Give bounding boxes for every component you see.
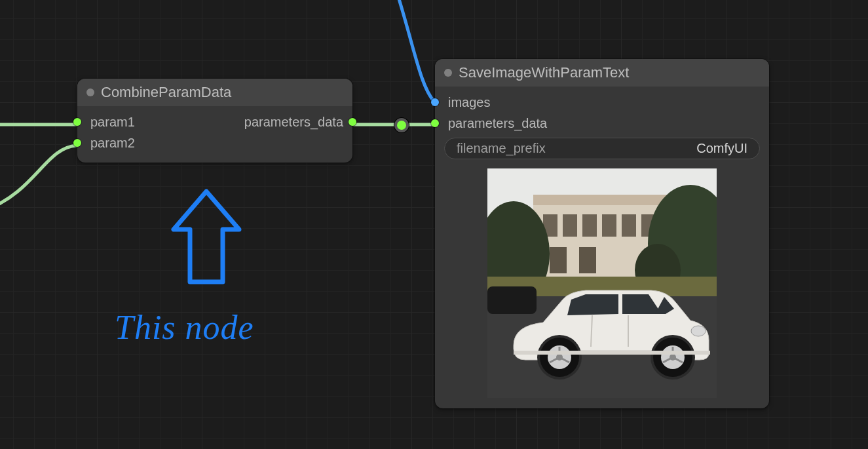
node-header[interactable]: CombineParamData [77,79,352,106]
port-dot-icon [73,118,81,126]
node-save-image-with-param-text[interactable]: SaveImageWithParamText images parameters… [435,59,769,408]
port-label: parameters_data [448,116,547,131]
node-header[interactable]: SaveImageWithParamText [435,59,769,87]
reroute-node[interactable] [394,118,409,132]
port-label: param2 [90,136,135,151]
svg-rect-10 [579,247,596,273]
svg-rect-34 [514,351,710,355]
input-port-param1[interactable]: param1 [77,111,144,132]
input-port-images[interactable]: images [435,92,769,113]
collapse-dot-icon[interactable] [86,88,94,96]
node-title: SaveImageWithParamText [459,64,629,81]
svg-rect-5 [582,214,597,237]
image-preview[interactable] [487,168,717,398]
port-dot-icon [349,118,356,126]
output-port-parameters-data[interactable]: parameters_data [235,111,352,132]
node-combine-param-data[interactable]: CombineParamData param1 parameters_data … [77,79,352,163]
widget-value: ComfyUI [696,141,747,156]
svg-rect-7 [622,214,636,237]
port-label: images [448,95,490,110]
port-label: param1 [90,115,135,130]
port-dot-icon [431,98,439,106]
svg-rect-6 [602,214,616,237]
input-port-param2[interactable]: param2 [77,132,352,153]
port-label: parameters_data [244,115,343,130]
svg-rect-9 [550,247,567,273]
svg-point-33 [691,326,706,336]
svg-rect-16 [487,286,537,314]
port-dot-icon [431,119,439,127]
port-dot-icon [73,139,81,147]
widget-filename-prefix[interactable]: filename_prefix ComfyUI [444,138,760,159]
node-title: CombineParamData [101,84,231,101]
svg-rect-4 [563,214,577,237]
widget-label: filename_prefix [457,141,546,156]
svg-rect-2 [533,195,671,205]
input-port-parameters-data[interactable]: parameters_data [435,113,769,134]
collapse-dot-icon[interactable] [444,69,452,77]
